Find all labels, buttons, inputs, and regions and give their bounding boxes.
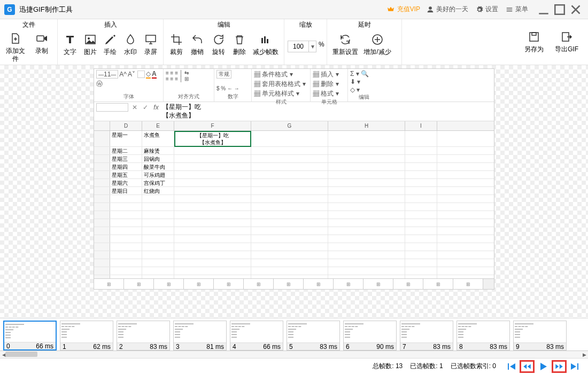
app-logo: G (4, 4, 15, 15)
maximize-button[interactable] (552, 2, 568, 18)
next-frame-button[interactable] (552, 360, 567, 373)
vip-button[interactable]: 充值VIP (386, 5, 420, 14)
frame-thumbnail[interactable]: ▬▬▬▬▬▬▬▬ ▬ ▬ ▬▬▬▬▬▬▬▬▬▬283 ms (117, 321, 170, 350)
timeline-scrollbar[interactable]: ◀ ▶ (0, 350, 588, 358)
reduce-frames-button[interactable]: 减少帧数 (251, 31, 281, 58)
group-file-label: 文件 (3, 20, 54, 29)
col-header: G (251, 121, 328, 130)
image-button[interactable]: 图片 (81, 31, 99, 58)
user-button[interactable]: 美好的一天 (427, 5, 468, 14)
menu-label: 菜单 (515, 5, 528, 14)
crop-button[interactable]: 裁剪 (167, 31, 185, 58)
minimize-button[interactable] (536, 2, 552, 18)
menu-icon (506, 6, 513, 13)
vip-label: 充值VIP (397, 5, 420, 14)
reset-button[interactable]: 重新设置 (330, 31, 360, 58)
pencil-icon (104, 33, 117, 46)
add-file-icon (9, 32, 22, 45)
text-button[interactable]: 文字 (61, 31, 79, 58)
col-header: E (142, 121, 174, 130)
rotate-icon (212, 33, 225, 46)
frame-thumbnail[interactable]: ▬▬▬▬▬▬▬▬ ▬ ▬ ▬▬▬▬▬▬▬▬▬▬883 ms (457, 321, 510, 350)
group-zoom-label: 缩放 (288, 20, 323, 30)
app-title: 迅捷GIF制作工具 (19, 5, 73, 14)
svg-rect-9 (530, 33, 538, 41)
total-frames: 总帧数: 13 (373, 362, 403, 371)
close-button[interactable] (568, 2, 584, 18)
frame-thumbnail[interactable]: ▬▬▬▬▬▬▬▬ ▬ ▬ ▬▬▬▬▬▬▬▬▬▬583 ms (287, 321, 340, 350)
col-header: I (405, 121, 437, 130)
settings-label: 设置 (485, 5, 498, 14)
frame-thumbnail[interactable]: ▬▬▬▬▬▬▬▬ ▬ ▬ ▬▬▬▬▬▬▬▬▬▬466 ms (230, 321, 283, 350)
svg-rect-4 (146, 35, 156, 42)
svg-rect-7 (267, 39, 268, 43)
menu-button[interactable]: 菜单 (506, 5, 528, 14)
first-frame-button[interactable] (504, 360, 519, 373)
frame-thumbnail[interactable]: ▬▬▬▬▬▬▬▬ ▬ ▬ ▬▬▬▬▬▬▬▬▬▬690 ms (343, 321, 397, 350)
plus-circle-icon (371, 33, 384, 46)
svg-rect-1 (37, 36, 44, 41)
camera-icon (35, 32, 48, 45)
export-icon (560, 30, 573, 43)
statusbar: 总帧数: 13 已选帧数: 1 已选帧数索引: 0 (0, 358, 588, 374)
droplet-icon (124, 33, 137, 46)
add-file-button[interactable]: 添加文件 (3, 30, 28, 65)
settings-button[interactable]: 设置 (476, 5, 498, 14)
user-icon (427, 6, 434, 13)
zoom-pct: % (319, 41, 324, 48)
ribbon: 文件 添加文件 录制 插入 文字 图片 手绘 水印 录屏 编辑 裁剪 撤销 旋转… (0, 19, 588, 65)
frame-thumbnail[interactable]: ▬▬▬▬▬▬▬▬ ▬ ▬ ▬▬▬▬▬▬▬▬▬▬162 ms (60, 321, 113, 350)
save-icon (528, 30, 540, 43)
svg-rect-6 (264, 36, 266, 43)
svg-rect-5 (261, 38, 263, 43)
selected-frames: 已选帧数: 1 (410, 362, 443, 371)
scrollbar-thumb[interactable] (5, 352, 37, 357)
save-as-button[interactable]: 另存为 (522, 28, 546, 55)
group-delay-label: 延时 (330, 20, 398, 30)
export-gif-button[interactable]: 导出GIF (552, 28, 582, 55)
last-frame-button[interactable] (568, 360, 583, 373)
timeline: ▬▬▬▬▬▬▬▬ ▬ ▬ ▬▬▬▬▬▬▬▬▬▬066 ms▬▬▬▬▬▬▬▬ ▬ … (0, 318, 588, 358)
zoom-input[interactable]: 100▾ (288, 41, 316, 52)
selected-index: 已选帧数索引: 0 (451, 362, 496, 371)
watermark-button[interactable]: 水印 (121, 31, 140, 58)
col-header: D (110, 121, 142, 130)
trash-icon (233, 33, 246, 46)
text-icon (64, 33, 76, 46)
col-header: H (328, 121, 405, 130)
delete-button[interactable]: 删除 (230, 31, 249, 58)
undo-icon (191, 33, 204, 46)
play-button[interactable] (536, 360, 551, 373)
draw-button[interactable]: 手绘 (102, 31, 120, 58)
titlebar: G 迅捷GIF制作工具 充值VIP 美好的一天 设置 菜单 (0, 0, 588, 19)
svg-rect-0 (555, 5, 564, 14)
undo-button[interactable]: 撤销 (188, 31, 206, 58)
prev-frame-button[interactable] (520, 360, 535, 373)
image-icon (84, 33, 97, 46)
add-sub-button[interactable]: 增加/减少 (362, 31, 392, 58)
reduce-icon (259, 33, 272, 46)
group-insert-label: 插入 (61, 20, 160, 30)
refresh-icon (339, 33, 352, 46)
svg-point-3 (88, 37, 90, 40)
crown-icon (386, 5, 395, 14)
gear-icon (476, 6, 483, 13)
crop-icon (170, 33, 183, 46)
monitor-icon (144, 33, 157, 46)
user-label: 美好的一天 (436, 5, 468, 14)
col-header: F (174, 121, 251, 130)
preview-frame: — 11 —A^A˅ ◇ A ⓦ 字体 ≡ ≡ ≡ │ ⇆≡ ≡ ≡ │ ⊞ 对… (94, 68, 494, 290)
record-button[interactable]: 录制 (30, 30, 55, 57)
screen-record-button[interactable]: 录屏 (142, 31, 160, 58)
scroll-right-icon[interactable]: ▶ (581, 351, 588, 359)
frame-thumbnail[interactable]: ▬▬▬▬▬▬▬▬ ▬ ▬ ▬▬▬▬▬▬▬▬▬▬783 ms (400, 321, 453, 350)
svg-rect-10 (532, 33, 536, 35)
frame-thumbnail[interactable]: ▬▬▬▬▬▬▬▬ ▬ ▬ ▬▬▬▬▬▬▬▬▬▬381 ms (173, 321, 227, 350)
chevron-down-icon[interactable]: ▾ (308, 41, 316, 52)
rotate-button[interactable]: 旋转 (209, 31, 228, 58)
frame-thumbnail[interactable]: ▬▬▬▬▬▬▬▬ ▬ ▬ ▬▬▬▬▬▬▬▬▬▬066 ms (3, 321, 57, 350)
canvas[interactable]: — 11 —A^A˅ ◇ A ⓦ 字体 ≡ ≡ ≡ │ ⇆≡ ≡ ≡ │ ⊞ 对… (0, 65, 588, 318)
frame-thumbnail[interactable]: ▬▬▬▬▬▬▬▬ ▬ ▬ ▬▬▬▬▬▬▬▬▬▬983 ms (513, 321, 567, 350)
playback-controls (504, 360, 583, 373)
group-edit-label: 编辑 (167, 20, 281, 30)
